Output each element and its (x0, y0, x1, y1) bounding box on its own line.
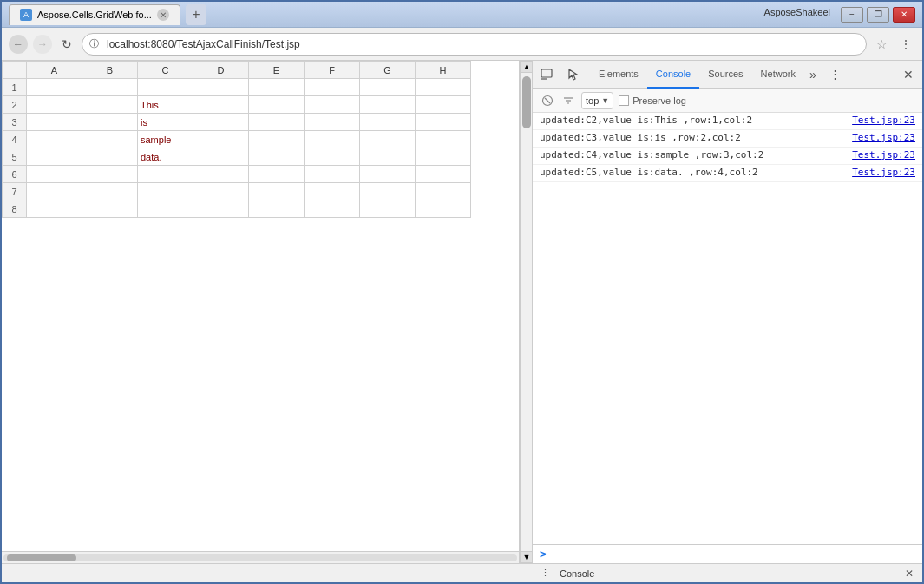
spreadsheet-cell[interactable] (305, 166, 360, 183)
spreadsheet-cell[interactable] (416, 183, 471, 200)
col-header-b[interactable]: B (82, 62, 138, 79)
col-header-h[interactable]: H (416, 62, 471, 79)
spreadsheet-cell[interactable]: data. (138, 148, 193, 166)
new-tab-button[interactable]: + (186, 4, 206, 25)
spreadsheet-cell[interactable] (416, 114, 471, 131)
spreadsheet-cell[interactable] (305, 114, 360, 131)
col-header-c[interactable]: C (138, 62, 193, 79)
spreadsheet-cell[interactable] (305, 79, 360, 96)
spreadsheet-cell[interactable] (416, 79, 471, 96)
spreadsheet-cell[interactable] (193, 79, 249, 96)
refresh-button[interactable]: ↻ (57, 35, 76, 54)
spreadsheet-cell[interactable] (249, 131, 305, 148)
url-bar[interactable]: ⓘ localhost:8080/TestAjaxCallFinish/Test… (82, 33, 867, 56)
h-scroll-thumb[interactable] (7, 554, 76, 561)
spreadsheet-cell[interactable] (27, 114, 82, 131)
spreadsheet-cell[interactable] (27, 96, 82, 114)
spreadsheet-cell[interactable] (138, 200, 193, 218)
spreadsheet-cell[interactable] (193, 183, 249, 200)
spreadsheet-cell[interactable] (138, 79, 193, 96)
spreadsheet-cell[interactable]: sample (138, 131, 193, 148)
active-tab[interactable]: A Aspose.Cells.GridWeb fo... ✕ (9, 4, 180, 25)
spreadsheet-cell[interactable] (416, 148, 471, 166)
spreadsheet-cell[interactable] (193, 200, 249, 218)
console-clear-button[interactable] (540, 93, 555, 108)
spreadsheet-cell[interactable] (249, 148, 305, 166)
spreadsheet-cell[interactable] (360, 183, 416, 200)
col-header-f[interactable]: F (305, 62, 360, 79)
col-header-e[interactable]: E (249, 62, 305, 79)
tab-console[interactable]: Console (647, 61, 699, 89)
scroll-down-button[interactable]: ▼ (521, 551, 533, 563)
spreadsheet-cell[interactable] (249, 114, 305, 131)
spreadsheet-cell[interactable] (305, 183, 360, 200)
spreadsheet-cell[interactable] (138, 183, 193, 200)
spreadsheet-cell[interactable] (360, 79, 416, 96)
restore-button[interactable]: ❐ (867, 7, 889, 23)
devtools-bottom-icon[interactable]: ⋮ (537, 566, 553, 581)
spreadsheet-cell[interactable] (360, 148, 416, 166)
log-source[interactable]: Test.jsp:23 (852, 149, 915, 161)
spreadsheet-cell[interactable]: is (138, 114, 193, 131)
spreadsheet-cell[interactable] (360, 114, 416, 131)
spreadsheet-cell[interactable] (360, 166, 416, 183)
console-output[interactable]: updated:C2,value is:This ,row:1,col:2Tes… (533, 113, 922, 544)
spreadsheet-cell[interactable] (138, 166, 193, 183)
spreadsheet-cell[interactable] (305, 96, 360, 114)
spreadsheet-cell[interactable] (305, 148, 360, 166)
tab-network[interactable]: Network (752, 61, 804, 89)
spreadsheet-cell[interactable] (193, 114, 249, 131)
spreadsheet-cell[interactable] (82, 96, 138, 114)
spreadsheet-cell[interactable]: This (138, 96, 193, 114)
minimize-button[interactable]: − (841, 7, 863, 23)
devtools-cursor-button[interactable] (562, 64, 583, 85)
spreadsheet-cell[interactable] (82, 79, 138, 96)
menu-button[interactable]: ⋮ (896, 35, 915, 54)
spreadsheet-cell[interactable] (249, 166, 305, 183)
scroll-up-button[interactable]: ▲ (521, 61, 533, 73)
vertical-scrollbar[interactable]: ▲ ▼ (520, 61, 532, 563)
spreadsheet-cell[interactable] (193, 131, 249, 148)
spreadsheet-cell[interactable] (193, 166, 249, 183)
spreadsheet-cell[interactable] (360, 131, 416, 148)
devtools-settings-button[interactable]: ⋮ (825, 64, 846, 85)
log-source[interactable]: Test.jsp:23 (852, 115, 915, 126)
tab-sources[interactable]: Sources (699, 61, 751, 89)
spreadsheet-cell[interactable] (82, 114, 138, 131)
preserve-log-label[interactable]: Preserve log (619, 95, 686, 106)
col-header-a[interactable]: A (27, 62, 82, 79)
tab-close-button[interactable]: ✕ (157, 9, 169, 21)
bookmark-button[interactable]: ☆ (872, 35, 891, 54)
spreadsheet-cell[interactable] (193, 96, 249, 114)
spreadsheet-container[interactable]: A B C D E F G H 12This3is4sample5data.67… (2, 61, 519, 551)
spreadsheet-cell[interactable] (360, 96, 416, 114)
close-button[interactable]: ✕ (893, 7, 915, 23)
spreadsheet-cell[interactable] (27, 183, 82, 200)
spreadsheet-cell[interactable] (193, 148, 249, 166)
console-filter-button[interactable] (560, 93, 576, 108)
spreadsheet-cell[interactable] (249, 183, 305, 200)
log-source[interactable]: Test.jsp:23 (852, 167, 915, 178)
console-level-select[interactable]: top ▼ (581, 92, 613, 109)
log-source[interactable]: Test.jsp:23 (852, 132, 915, 143)
col-header-g[interactable]: G (360, 62, 416, 79)
spreadsheet-cell[interactable] (82, 166, 138, 183)
spreadsheet-cell[interactable] (82, 183, 138, 200)
spreadsheet-cell[interactable] (416, 131, 471, 148)
horizontal-scrollbar[interactable] (2, 551, 519, 563)
spreadsheet-cell[interactable] (416, 200, 471, 218)
spreadsheet-cell[interactable] (416, 96, 471, 114)
tab-elements[interactable]: Elements (590, 61, 647, 89)
spreadsheet-cell[interactable] (27, 131, 82, 148)
devtools-bottom-close[interactable]: ✕ (901, 566, 917, 581)
spreadsheet-cell[interactable] (360, 200, 416, 218)
devtools-close-button[interactable]: ✕ (898, 64, 919, 85)
forward-button[interactable]: → (33, 35, 52, 54)
spreadsheet-cell[interactable] (27, 200, 82, 218)
preserve-log-checkbox[interactable] (619, 95, 629, 106)
console-input[interactable] (552, 548, 915, 560)
devtools-inspect-button[interactable] (536, 64, 557, 85)
v-scroll-thumb[interactable] (522, 76, 531, 128)
spreadsheet-cell[interactable] (416, 166, 471, 183)
spreadsheet-cell[interactable] (249, 200, 305, 218)
